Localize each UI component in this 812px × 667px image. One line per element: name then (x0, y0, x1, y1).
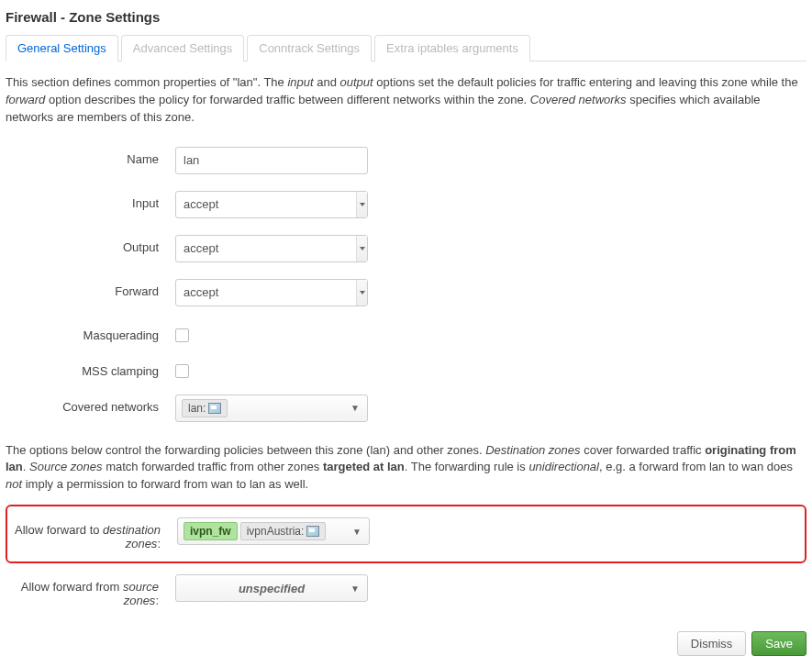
interface-icon (208, 403, 221, 414)
network-tag-lan: lan: (182, 399, 228, 417)
output-label: Output (6, 235, 175, 254)
save-button[interactable]: Save (751, 631, 806, 656)
covered-networks-select[interactable]: lan: ▼ (175, 395, 368, 422)
name-label: Name (6, 147, 175, 166)
forward-to-select[interactable]: ivpn_fw ivpnAustria: ▼ (177, 517, 370, 545)
zone-description: This section defines common properties o… (6, 61, 806, 136)
chevron-down-icon: ▼ (352, 527, 362, 537)
interface-icon (306, 526, 319, 537)
dismiss-button[interactable]: Dismiss (677, 631, 747, 656)
forward-to-label: Allow forward to destination zones: (7, 517, 177, 550)
tab-advanced[interactable]: Advanced Settings (121, 35, 244, 61)
tab-general[interactable]: General Settings (6, 35, 118, 61)
mss-checkbox[interactable] (175, 364, 189, 378)
input-select[interactable]: accept (175, 191, 368, 218)
masquerading-checkbox[interactable] (175, 328, 189, 342)
page-title: Firewall - Zone Settings (6, 6, 806, 34)
forward-from-select[interactable]: unspecified ▼ (175, 574, 368, 602)
highlighted-setting: Allow forward to destination zones: ivpn… (6, 505, 806, 563)
forward-select[interactable]: accept (175, 279, 368, 306)
chevron-down-icon (356, 280, 367, 306)
chevron-down-icon (356, 236, 367, 261)
name-input[interactable] (175, 147, 368, 174)
mss-label: MSS clamping (6, 359, 175, 378)
chevron-down-icon (356, 192, 367, 217)
masquerading-label: Masquerading (6, 323, 175, 342)
output-select[interactable]: accept (175, 235, 368, 262)
input-label: Input (6, 191, 175, 210)
zone-tag-ivpn-fw: ivpn_fw (184, 522, 238, 540)
network-tag-ivpn-austria: ivpnAustria: (240, 522, 327, 540)
tab-conntrack[interactable]: Conntrack Settings (247, 35, 372, 61)
tabs: General Settings Advanced Settings Connt… (6, 34, 806, 61)
forwarding-description: The options below control the forwarding… (6, 433, 806, 502)
forward-label: Forward (6, 279, 175, 298)
chevron-down-icon: ▼ (350, 584, 360, 594)
dialog-footer: Dismiss Save (6, 618, 806, 660)
tab-extra[interactable]: Extra iptables arguments (374, 35, 530, 61)
covered-networks-label: Covered networks (6, 395, 175, 414)
forward-from-label: Allow forward from source zones: (6, 574, 175, 607)
chevron-down-icon: ▼ (350, 403, 360, 413)
